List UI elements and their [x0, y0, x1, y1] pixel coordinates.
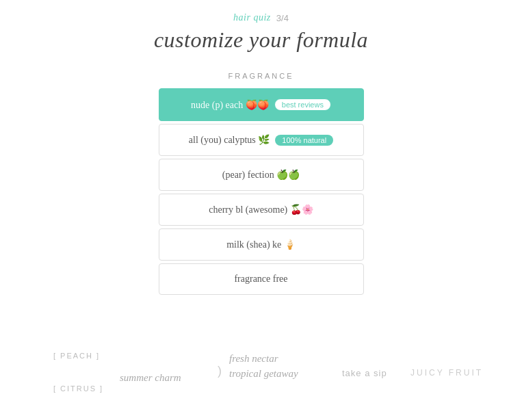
tag-fresh-nectar: fresh nectar [229, 353, 278, 365]
best-reviews-badge: best reviews [274, 99, 331, 111]
quiz-progress: 3/4 [276, 13, 289, 23]
fragrance-option-nude-text: nude (p) each 🍑🍑 [191, 99, 269, 111]
fragrance-option-fragrance-free-text: fragrance free [234, 274, 287, 285]
tag-summer-charm: summer charm [120, 372, 181, 384]
fragrance-option-cherry-text: cherry bl (awesome) 🍒🌸 [209, 204, 313, 215]
page-title: customize your formula [154, 27, 368, 53]
fragrance-option-nude[interactable]: nude (p) each 🍑🍑 best reviews [159, 88, 364, 121]
fragrance-option-cherry[interactable]: cherry bl (awesome) 🍒🌸 [159, 194, 364, 226]
fragrance-option-calypso[interactable]: all (you) calyptus 🌿 100% natural [159, 124, 364, 156]
quiz-label-row: hair quiz 3/4 [154, 12, 368, 23]
header: hair quiz 3/4 customize your formula [154, 12, 368, 53]
fragrance-option-milk[interactable]: milk (shea) ke 🍦 [159, 228, 364, 261]
fragrance-option-calypso-text: all (you) calyptus 🌿 [189, 134, 270, 146]
quiz-label: hair quiz [233, 12, 271, 23]
tag-peach: [ PEACH ] [53, 352, 100, 360]
fragrance-option-pear[interactable]: (pear) fection 🍏🍏 [159, 159, 364, 191]
fragrance-option-pear-text: (pear) fection 🍏🍏 [222, 169, 300, 181]
page-container: hair quiz 3/4 customize your formula FRA… [0, 0, 522, 420]
natural-badge: 100% natural [275, 135, 333, 146]
tag-divider: ) [218, 364, 222, 378]
tag-juicy-fruit: JUICY FRUIT [410, 368, 483, 378]
fragrance-option-fragrance-free[interactable]: fragrance free [159, 263, 364, 295]
fragrance-section: FRAGRANCE nude (p) each 🍑🍑 best reviews … [159, 72, 364, 298]
fragrance-option-milk-text: milk (shea) ke 🍦 [226, 239, 296, 250]
fragrance-label: FRAGRANCE [228, 72, 293, 80]
scent-tags: [ PEACH ] [ CITRUS ] summer charm ) fres… [0, 345, 522, 413]
tag-citrus: [ CITRUS ] [53, 384, 103, 393]
tag-tropical-getaway: tropical getaway [229, 368, 298, 380]
tag-take-a-sip: take a sip [342, 368, 387, 378]
